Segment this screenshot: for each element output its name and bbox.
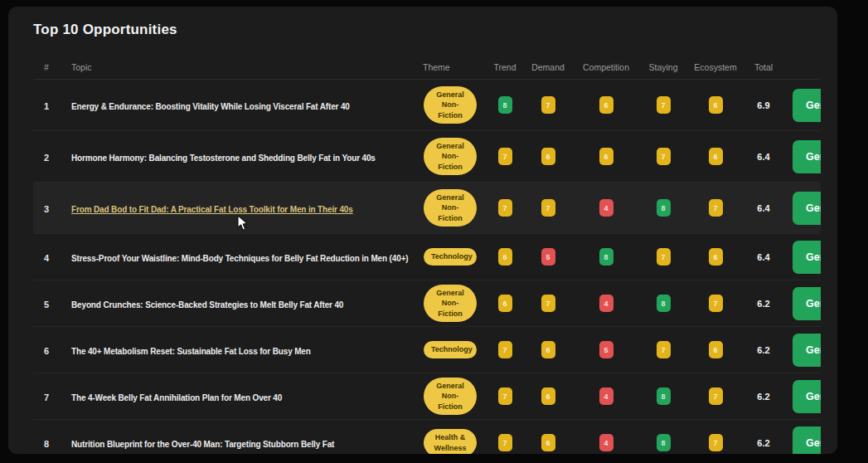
generate-button[interactable]: Generate — [793, 334, 821, 367]
cell-demand: 5 — [522, 248, 574, 266]
topic-link[interactable]: Energy & Endurance: Boosting Vitality Wh… — [71, 102, 350, 111]
table-header-row: # Topic Theme Trend Demand Competition S… — [33, 55, 821, 80]
theme-badge: General Non-Fiction — [424, 138, 477, 174]
cell-staying: 7 — [638, 248, 688, 266]
row-rank: 6 — [44, 346, 49, 356]
cell-competition: 4 — [574, 295, 638, 312]
row-rank: 4 — [44, 253, 49, 263]
cell-staying: 7 — [638, 96, 688, 114]
row-rank: 1 — [44, 101, 49, 111]
generate-button[interactable]: Generate — [793, 241, 821, 274]
cell-competition: 4 — [574, 199, 638, 217]
cell-staying: 7 — [638, 341, 688, 358]
score-badge-competition: 6 — [599, 96, 613, 114]
score-badge-ecosystem: 6 — [709, 341, 723, 358]
column-header-rank: # — [33, 62, 71, 72]
theme-badge: General Non-Fiction — [424, 285, 477, 321]
column-header-competition: Competition — [574, 62, 638, 72]
cell-trend: 7 — [487, 341, 522, 358]
table-rows: 1 Energy & Endurance: Boosting Vitality … — [33, 80, 821, 454]
cell-trend: 7 — [487, 199, 522, 217]
score-badge-staying: 7 — [657, 341, 671, 358]
cell-demand: 6 — [522, 434, 574, 451]
topic-link[interactable]: Beyond Crunches: Science-Backed Strategi… — [71, 300, 343, 309]
total-score: 6.4 — [757, 252, 769, 262]
cell-competition: 8 — [574, 248, 638, 266]
cell-ecosystem: 6 — [688, 96, 743, 114]
theme-badge: General Non-Fiction — [424, 189, 477, 226]
score-badge-trend: 8 — [498, 96, 512, 114]
column-header-total: Total — [743, 62, 784, 72]
score-badge-trend: 7 — [498, 341, 512, 358]
score-badge-ecosystem: 7 — [709, 387, 723, 405]
table-row[interactable]: 2 Hormone Harmony: Balancing Testosteron… — [33, 131, 821, 183]
theme-badge: Technology — [424, 248, 477, 265]
generate-button[interactable]: Generate — [793, 380, 821, 413]
row-rank: 2 — [44, 153, 49, 163]
score-badge-demand: 7 — [541, 295, 555, 312]
score-badge-competition: 6 — [599, 148, 613, 165]
cell-demand: 6 — [522, 148, 574, 165]
score-badge-demand: 7 — [541, 199, 555, 217]
cell-demand: 6 — [522, 387, 574, 405]
score-badge-demand: 7 — [541, 96, 555, 114]
cell-demand: 7 — [522, 96, 574, 114]
topic-link[interactable]: The 40+ Metabolism Reset: Sustainable Fa… — [71, 347, 311, 356]
cell-trend: 7 — [487, 387, 522, 405]
score-badge-staying: 7 — [657, 248, 671, 266]
cell-demand: 7 — [522, 295, 574, 312]
topic-link[interactable]: Stress-Proof Your Waistline: Mind-Body T… — [71, 254, 409, 263]
cell-trend: 6 — [487, 295, 522, 312]
cell-ecosystem: 7 — [688, 199, 743, 217]
generate-button[interactable]: Generate — [793, 89, 821, 122]
generate-button[interactable]: Generate — [793, 426, 821, 455]
score-badge-trend: 6 — [498, 248, 512, 266]
generate-button[interactable]: Generate — [793, 140, 821, 173]
cell-trend: 7 — [487, 148, 522, 165]
table-row[interactable]: 6 The 40+ Metabolism Reset: Sustainable … — [33, 327, 821, 373]
page-title: Top 10 Opportunities — [33, 22, 821, 38]
cell-competition: 5 — [574, 341, 638, 358]
cell-ecosystem: 7 — [688, 387, 743, 405]
row-rank: 7 — [44, 392, 49, 402]
cell-demand: 7 — [522, 199, 574, 217]
score-badge-demand: 6 — [541, 341, 555, 358]
score-badge-competition: 4 — [599, 295, 613, 312]
score-badge-staying: 8 — [657, 387, 671, 405]
score-badge-demand: 6 — [541, 387, 555, 405]
column-header-topic: Topic — [71, 62, 413, 72]
generate-button[interactable]: Generate — [793, 287, 821, 320]
column-header-staying: Staying — [638, 62, 688, 72]
mouse-cursor — [237, 215, 249, 232]
column-header-demand: Demand — [522, 62, 574, 72]
cell-staying: 8 — [638, 295, 688, 312]
score-badge-trend: 7 — [498, 387, 512, 405]
score-badge-trend: 7 — [498, 434, 512, 451]
topic-link[interactable]: Hormone Harmony: Balancing Testosterone … — [71, 154, 376, 163]
score-badge-trend: 6 — [498, 295, 512, 312]
topic-link[interactable]: The 4-Week Belly Fat Annihilation Plan f… — [71, 393, 282, 402]
cell-ecosystem: 6 — [688, 341, 743, 358]
cell-staying: 7 — [638, 148, 688, 165]
cell-competition: 4 — [574, 434, 638, 451]
table-row[interactable]: 8 Nutrition Blueprint for the Over-40 Ma… — [33, 420, 821, 454]
table-row[interactable]: 4 Stress-Proof Your Waistline: Mind-Body… — [33, 234, 821, 280]
table-row[interactable]: 7 The 4-Week Belly Fat Annihilation Plan… — [33, 373, 821, 420]
score-badge-staying: 8 — [657, 199, 671, 217]
cell-ecosystem: 6 — [688, 248, 743, 266]
table-row[interactable]: 1 Energy & Endurance: Boosting Vitality … — [33, 80, 821, 131]
score-badge-demand: 6 — [541, 148, 555, 165]
cell-ecosystem: 7 — [688, 295, 743, 312]
topic-link[interactable]: From Dad Bod to Fit Dad: A Practical Fat… — [71, 205, 353, 214]
cell-staying: 8 — [638, 387, 688, 405]
column-header-theme: Theme — [413, 62, 487, 72]
table-row[interactable]: 3 From Dad Bod to Fit Dad: A Practical F… — [33, 183, 821, 234]
total-score: 6.2 — [757, 392, 769, 402]
cell-demand: 6 — [522, 341, 574, 358]
score-badge-ecosystem: 7 — [709, 199, 723, 217]
generate-button[interactable]: Generate — [793, 192, 821, 225]
score-badge-staying: 8 — [657, 434, 671, 451]
topic-link[interactable]: Nutrition Blueprint for the Over-40 Man:… — [71, 440, 334, 449]
table-row[interactable]: 5 Beyond Crunches: Science-Backed Strate… — [33, 280, 821, 327]
cell-trend: 6 — [487, 248, 522, 266]
